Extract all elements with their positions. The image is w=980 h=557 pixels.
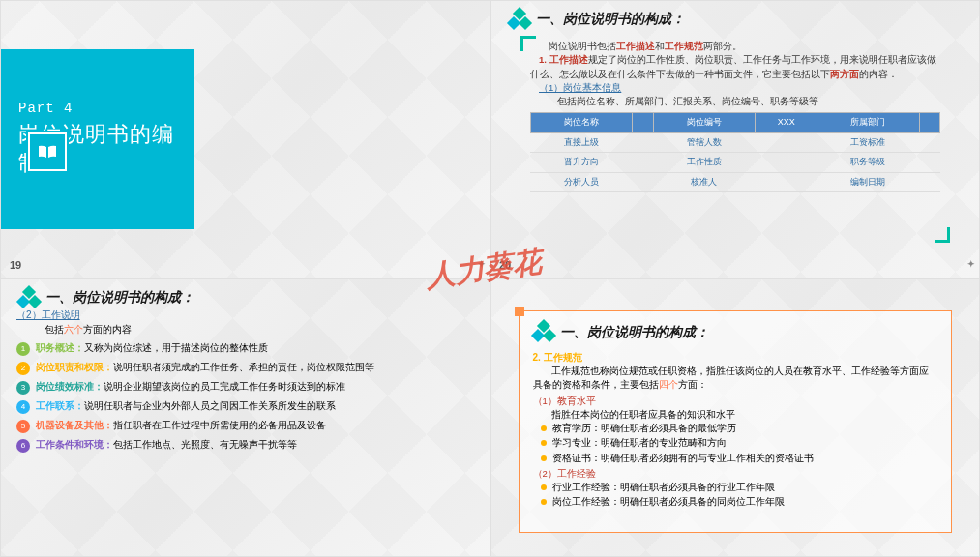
sec-title: 2. 工作规范 — [533, 350, 938, 365]
part-label: Part 4 — [18, 101, 194, 116]
heading: 一、岗位说明书的构成： — [509, 9, 685, 30]
diamond-icon — [509, 9, 530, 30]
sub: （2）工作说明 — [16, 309, 80, 320]
content-box: 一、岗位说明书的构成： 2. 工作规范 工作规范也称岗位规范或任职资格，指胜任该… — [519, 310, 953, 533]
g2-title: （2）工作经验 — [533, 468, 596, 479]
heading-text: 一、岗位说明书的构成： — [560, 322, 709, 342]
g2-list: 行业工作经验：明确任职者必须具备的行业工作年限 岗位工作经验：明确任职者必须具备… — [541, 481, 938, 510]
content: 岗位说明书包括工作描述和工作规范两部分。 1. 工作描述规定了岗位的工作性质、岗… — [530, 40, 941, 192]
star-icon: ✦ — [967, 259, 975, 269]
g1-title: （1）教育水平 — [533, 396, 596, 406]
corner-tl — [515, 307, 524, 316]
g1-list: 教育学历：明确任职者必须具备的最低学历 学习专业：明确任职者的专业范畴和方向 资… — [541, 422, 938, 465]
page-num-19: 19 — [10, 259, 21, 271]
g1-sub: 指胜任本岗位的任职者应具备的知识和水平 — [533, 408, 938, 422]
sub1-desc: 包括岗位名称、所属部门、汇报关系、岗位编号、职务等级等 — [530, 95, 941, 108]
heading-text: 一、岗位说明书的构成： — [45, 289, 194, 307]
sub1: （1）岗位基本信息 — [539, 82, 621, 93]
page-num-20: 20 — [499, 259, 511, 271]
slide-composition-1: 一、岗位说明书的构成： 岗位说明书包括工作描述和工作规范两部分。 1. 工作描述… — [490, 0, 981, 278]
page-row: 19 ✦ 20 ✦ — [0, 259, 980, 278]
heading: 一、岗位说明书的构成： — [533, 321, 938, 342]
book-icon — [26, 131, 69, 173]
heading-text: 一、岗位说明书的构成： — [536, 11, 685, 28]
numbered-list: 1职务概述：又称为岗位综述，用于描述岗位的整体性质 2岗位职责和权限：说明任职者… — [16, 341, 474, 453]
slide-composition-2: 一、岗位说明书的构成： （2）工作说明 包括六个方面的内容 1职务概述：又称为岗… — [0, 278, 490, 557]
diamond-icon — [18, 287, 40, 308]
content: （2）工作说明 包括六个方面的内容 1职务概述：又称为岗位综述，用于描述岗位的整… — [16, 308, 474, 457]
corner-decor-br — [935, 227, 950, 243]
slide-composition-3: 一、岗位说明书的构成： 2. 工作规范 工作规范也称岗位规范或任职资格，指胜任该… — [490, 278, 981, 557]
star-icon: ✦ — [478, 259, 486, 269]
info-table: 岗位名称 岗位编号XXX 所属部门 直接上级管辖人数工资标准 晋升方向工作性质职… — [530, 112, 941, 192]
diamond-icon — [533, 321, 554, 342]
heading: 一、岗位说明书的构成： — [18, 287, 194, 308]
slide-part4: Part 4 岗位说明书的编制 — [0, 0, 490, 278]
